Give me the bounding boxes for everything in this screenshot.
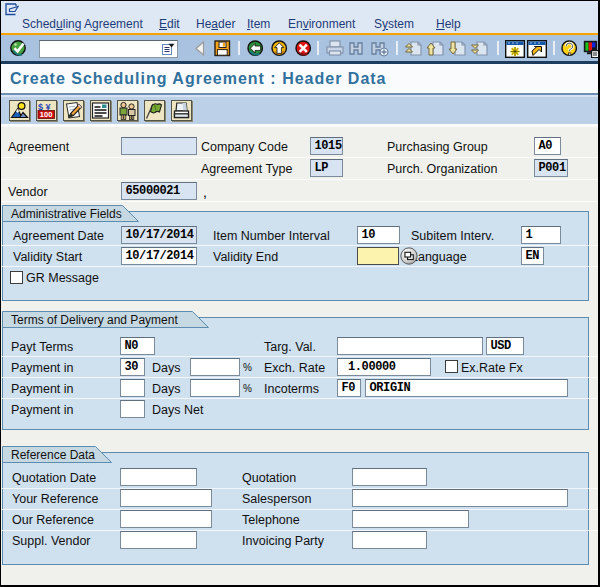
svg-text:100: 100 (40, 110, 53, 119)
